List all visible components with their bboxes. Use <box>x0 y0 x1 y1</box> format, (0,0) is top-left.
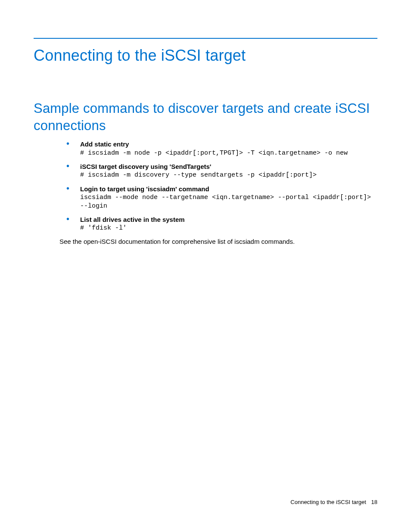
footer-text: Connecting to the iSCSI target <box>290 499 366 505</box>
item-code: # iscsiadm -m node -p <ipaddr[:port,TPGT… <box>80 149 377 158</box>
footer-page-number: 18 <box>371 499 377 505</box>
list-item: Login to target using 'iscsiadm' command… <box>65 185 377 210</box>
closing-text: See the open-iSCSI documentation for com… <box>59 238 377 245</box>
horizontal-rule <box>34 38 377 39</box>
item-title: iSCSI target discovery using 'SendTarget… <box>80 162 377 171</box>
section-title: Sample commands to discover targets and … <box>34 100 377 134</box>
item-title: Login to target using 'iscsiadm' command <box>80 185 377 193</box>
page-footer: Connecting to the iSCSI target 18 <box>290 499 377 505</box>
list-item: List all drives active in the system # '… <box>65 215 377 233</box>
list-item: Add static entry # iscsiadm -m node -p <… <box>65 140 377 157</box>
page-title: Connecting to the iSCSI target <box>34 47 377 65</box>
page-content: Connecting to the iSCSI target Sample co… <box>0 0 411 245</box>
list-item: iSCSI target discovery using 'SendTarget… <box>65 162 377 180</box>
command-list: Add static entry # iscsiadm -m node -p <… <box>65 140 377 233</box>
item-title: List all drives active in the system <box>80 215 377 224</box>
item-code: # 'fdisk -l' <box>80 224 377 233</box>
item-title: Add static entry <box>80 140 377 149</box>
item-code: # iscsiadm -m discovery --type sendtarge… <box>80 171 377 180</box>
item-code: iscsiadm --mode node --targetname <iqn.t… <box>80 193 377 210</box>
